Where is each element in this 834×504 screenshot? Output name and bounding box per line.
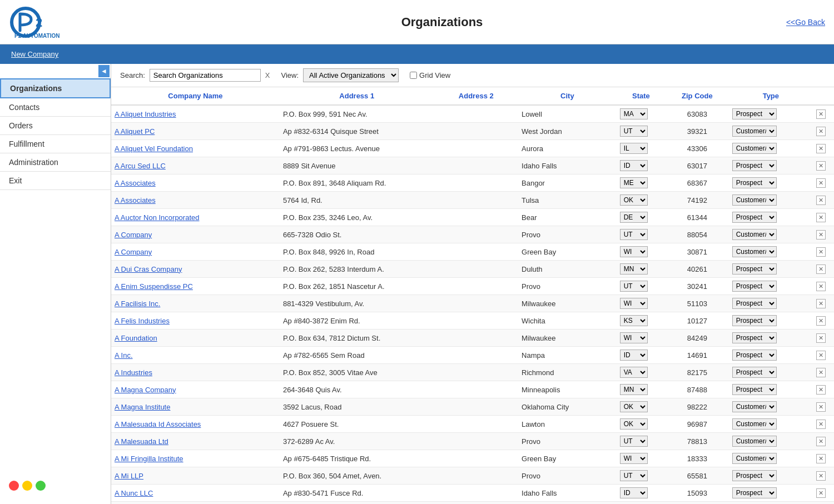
sidebar-item-administration[interactable]: Administration — [0, 153, 111, 172]
type-select[interactable]: ProspectCustomerCustomer/VendorVendor — [732, 401, 777, 412]
state-select[interactable]: ALAKAZARCACOCTDEFLGAHIIDILINIAKSKYLAMEMD… — [620, 298, 648, 309]
type-select[interactable]: ProspectCustomerCustomer/VendorVendor — [732, 315, 777, 326]
delete-row-button[interactable]: ✕ — [816, 316, 826, 326]
company-link[interactable]: A Arcu Sed LLC — [115, 162, 166, 170]
sidebar-item-contacts[interactable]: Contacts — [0, 98, 111, 117]
delete-row-button[interactable]: ✕ — [816, 265, 826, 274]
type-select[interactable]: ProspectCustomerCustomer/VendorVendor — [732, 281, 777, 292]
header-company-name[interactable]: Company Name — [111, 87, 280, 105]
delete-row-button[interactable]: ✕ — [816, 196, 826, 205]
type-select[interactable]: ProspectCustomerCustomer/VendorVendor — [732, 212, 777, 223]
grid-view-checkbox[interactable] — [410, 72, 417, 79]
type-select[interactable]: ProspectCustomerCustomer/VendorVendor — [732, 194, 777, 206]
state-select[interactable]: ALAKAZARCACOCTDEFLGAHIIDILINIAKSKYLAMEMD… — [620, 263, 648, 275]
company-link[interactable]: A Mi LLP — [115, 472, 143, 480]
type-select[interactable]: ProspectCustomerCustomer/VendorVendor — [732, 332, 777, 343]
company-link[interactable]: A Magna Institute — [115, 403, 170, 411]
company-link[interactable]: A Inc. — [115, 351, 133, 360]
type-select[interactable]: ProspectCustomerCustomer/VendorVendor — [732, 367, 777, 378]
type-select[interactable]: ProspectCustomerCustomer/VendorVendor — [732, 436, 777, 447]
traffic-light-red[interactable] — [9, 481, 19, 491]
delete-row-button[interactable]: ✕ — [816, 471, 826, 481]
state-select[interactable]: ALAKAZARCACOCTDEFLGAHIIDILINIAKSKYLAMEMD… — [620, 487, 648, 498]
delete-row-button[interactable]: ✕ — [816, 351, 826, 360]
delete-row-button[interactable]: ✕ — [816, 437, 826, 446]
company-link[interactable]: A Enim Suspendisse PC — [115, 282, 193, 291]
traffic-light-green[interactable] — [36, 481, 46, 491]
type-select[interactable]: ProspectCustomerCustomer/VendorVendor — [732, 350, 777, 361]
company-link[interactable]: A Aliquet Vel Foundation — [115, 144, 193, 153]
delete-row-button[interactable]: ✕ — [816, 213, 826, 222]
traffic-light-yellow[interactable] — [22, 481, 32, 491]
type-select[interactable]: ProspectCustomerCustomer/VendorVendor — [732, 246, 777, 257]
view-select[interactable]: All Active Organizations All Organizatio… — [303, 68, 399, 82]
type-select[interactable]: ProspectCustomerCustomer/VendorVendor — [732, 298, 777, 309]
company-link[interactable]: A Malesuada Id Associates — [115, 420, 201, 428]
state-select[interactable]: ALAKAZARCACOCTDEFLGAHIIDILINIAKSKYLAMEMD… — [620, 229, 648, 240]
state-select[interactable]: ALAKAZARCACOCTDEFLGAHIIDILINIAKSKYLAMEMD… — [620, 384, 648, 395]
delete-row-button[interactable]: ✕ — [816, 282, 826, 291]
state-select[interactable]: ALAKAZARCACOCTDEFLGAHIIDILINIAKSKYLAMEMD… — [620, 436, 648, 447]
new-company-button[interactable]: New Company — [7, 48, 63, 61]
type-select[interactable]: ProspectCustomerCustomer/VendorVendor — [732, 263, 777, 275]
company-link[interactable]: A Auctor Non Incorporated — [115, 213, 199, 222]
company-link[interactable]: A Magna Company — [115, 386, 176, 394]
header-address1[interactable]: Address 1 — [280, 87, 434, 105]
company-link[interactable]: A Dui Cras Company — [115, 265, 182, 273]
delete-row-button[interactable]: ✕ — [816, 178, 826, 188]
delete-row-button[interactable]: ✕ — [816, 247, 826, 257]
header-type[interactable]: Type — [729, 87, 813, 105]
state-select[interactable]: ALAKAZARCACOCTDEFLGAHIIDILINIAKSKYLAMEMD… — [620, 401, 648, 412]
sidebar-item-exit[interactable]: Exit — [0, 172, 111, 190]
sidebar-item-orders[interactable]: Orders — [0, 117, 111, 135]
delete-row-button[interactable]: ✕ — [816, 488, 826, 498]
state-select[interactable]: ALAKAZARCACOCTDEFLGAHIIDILINIAKSKYLAMEMD… — [620, 332, 648, 343]
header-address2[interactable]: Address 2 — [434, 87, 518, 105]
type-select[interactable]: ProspectCustomerCustomer/VendorVendor — [732, 453, 777, 464]
type-select[interactable]: ProspectCustomerCustomer/VendorVendor — [732, 418, 777, 430]
company-link[interactable]: A Malesuada Ltd — [115, 437, 168, 446]
delete-row-button[interactable]: ✕ — [816, 333, 826, 343]
sidebar-collapse-button[interactable]: ◄ — [98, 65, 110, 77]
state-select[interactable]: ALAKAZARCACOCTDEFLGAHIIDILINIAKSKYLAMEMD… — [620, 143, 648, 154]
type-select[interactable]: ProspectCustomerCustomer/VendorVendor — [732, 108, 777, 119]
company-link[interactable]: A Industries — [115, 368, 152, 377]
company-link[interactable]: A Company — [115, 248, 152, 256]
header-city[interactable]: City — [518, 87, 617, 105]
delete-row-button[interactable]: ✕ — [816, 385, 826, 395]
state-select[interactable]: ALAKAZARCACOCTDEFLGAHIIDILINIAKSKYLAMEMD… — [620, 160, 648, 171]
state-select[interactable]: ALAKAZARCACOCTDEFLGAHIIDILINIAKSKYLAMEMD… — [620, 350, 648, 361]
go-back-link[interactable]: <<Go Back — [786, 18, 825, 27]
state-select[interactable]: ALAKAZARCACOCTDEFLGAHIIDILINIAKSKYLAMEMD… — [620, 315, 648, 326]
delete-row-button[interactable]: ✕ — [816, 127, 826, 136]
delete-row-button[interactable]: ✕ — [816, 402, 826, 412]
company-link[interactable]: A Associates — [115, 196, 156, 204]
type-select[interactable]: ProspectCustomerCustomer/VendorVendor — [732, 229, 777, 240]
type-select[interactable]: ProspectCustomerCustomer/VendorVendor — [732, 177, 777, 188]
delete-row-button[interactable]: ✕ — [816, 454, 826, 463]
type-select[interactable]: ProspectCustomerCustomer/VendorVendor — [732, 126, 777, 137]
company-link[interactable]: A Associates — [115, 179, 156, 187]
clear-search-button[interactable]: X — [265, 71, 270, 79]
sidebar-item-fulfillment[interactable]: Fulfillment — [0, 135, 111, 153]
state-select[interactable]: ALAKAZARCACOCTDEFLGAHIIDILINIAKSKYLAMEMD… — [620, 418, 648, 430]
company-link[interactable]: A Mi Fringilla Institute — [115, 455, 183, 463]
delete-row-button[interactable]: ✕ — [816, 299, 826, 308]
state-select[interactable]: ALAKAZARCACOCTDEFLGAHIIDILINIAKSKYLAMEMD… — [620, 281, 648, 292]
company-link[interactable]: A Company — [115, 231, 152, 239]
state-select[interactable]: ALAKAZARCACOCTDEFLGAHIIDILINIAKSKYLAMEMD… — [620, 470, 648, 481]
company-link[interactable]: A Facilisis Inc. — [115, 300, 160, 308]
delete-row-button[interactable]: ✕ — [816, 420, 826, 429]
sidebar-item-organizations[interactable]: Organizations — [0, 78, 111, 98]
company-link[interactable]: A Felis Industries — [115, 317, 170, 325]
header-state[interactable]: State — [617, 87, 666, 105]
delete-row-button[interactable]: ✕ — [816, 109, 826, 119]
company-link[interactable]: A Foundation — [115, 334, 157, 342]
type-select[interactable]: ProspectCustomerCustomer/VendorVendor — [732, 384, 777, 395]
delete-row-button[interactable]: ✕ — [816, 368, 826, 377]
state-select[interactable]: ALAKAZARCACOCTDEFLGAHIIDILINIAKSKYLAMEMD… — [620, 212, 648, 223]
organizations-table-wrapper[interactable]: Company Name Address 1 Address 2 City St… — [111, 87, 834, 504]
state-select[interactable]: ALAKAZARCACOCTDEFLGAHIIDILINIAKSKYLAMEMD… — [620, 367, 648, 378]
type-select[interactable]: ProspectCustomerCustomer/VendorVendor — [732, 487, 777, 498]
type-select[interactable]: ProspectCustomerCustomer/VendorVendor — [732, 143, 777, 154]
